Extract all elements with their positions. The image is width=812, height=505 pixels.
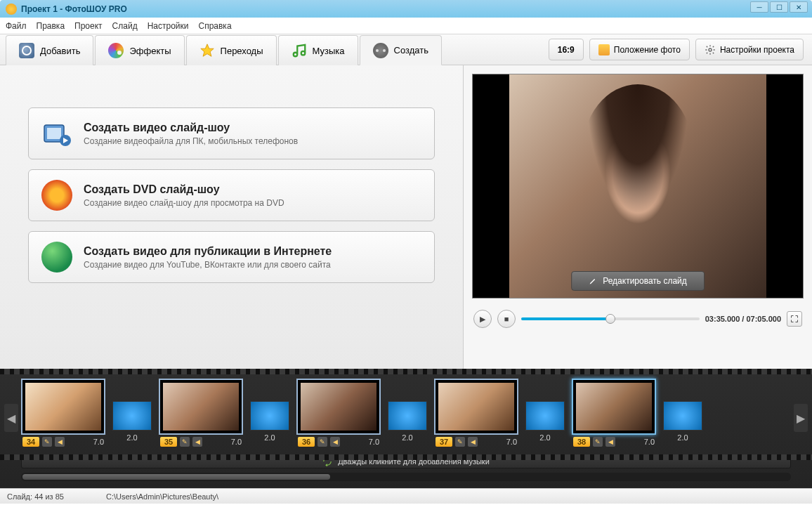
pencil-icon (589, 277, 597, 285)
menu-edit[interactable]: Правка (37, 21, 65, 31)
slide-meta: 35 ✎ ◀ 7.0 (159, 435, 243, 449)
fullscreen-button[interactable] (787, 311, 802, 327)
slide-thumbnail[interactable] (434, 379, 518, 435)
tab-transitions[interactable]: Переходы (186, 35, 277, 65)
slide-sound-icon[interactable]: ◀ (192, 437, 202, 447)
dvd-icon (41, 180, 72, 211)
transition-item[interactable]: 2.0 (250, 386, 289, 442)
edit-slide-icon[interactable]: ✎ (593, 437, 603, 447)
create-video-card[interactable]: Создать видео слайд-шоу Создание видеофа… (28, 107, 435, 159)
transition-thumbnail[interactable] (250, 401, 289, 431)
aspect-ratio-button[interactable]: 16:9 (549, 39, 584, 60)
menu-help[interactable]: Справка (198, 21, 231, 31)
edit-slide-button[interactable]: Редактировать слайд (571, 271, 705, 291)
timeline-scroll-thumb[interactable] (22, 474, 330, 480)
transition-thumbnail[interactable] (388, 401, 427, 431)
create-dvd-card[interactable]: Создать DVD слайд-шоу Создание видео сла… (28, 169, 435, 221)
transition-thumbnail[interactable] (112, 401, 152, 431)
menu-slide[interactable]: Слайд (112, 21, 138, 31)
create-panel: Создать видео слайд-шоу Создание видеофа… (0, 65, 464, 369)
maximize-button[interactable]: ☐ (770, 1, 788, 13)
photo-icon (598, 44, 610, 55)
status-path: C:\Users\Admin\Pictures\Beauty\ (106, 492, 218, 501)
transition-item[interactable]: 2.0 (525, 386, 565, 442)
slide-image (576, 383, 652, 431)
menu-file[interactable]: Файл (6, 21, 27, 31)
create-web-card[interactable]: Создать видео для публикации в Интернете… (28, 231, 435, 283)
create-web-title: Создать видео для публикации в Интернете (84, 245, 332, 258)
transition-item[interactable]: 2.0 (663, 386, 702, 442)
project-settings-button[interactable]: Настройки проекта (695, 39, 804, 60)
slide-sound-icon[interactable]: ◀ (55, 437, 65, 447)
tab-add[interactable]: Добавить (6, 35, 93, 65)
slide-thumbnail[interactable] (21, 379, 105, 435)
slide-image (301, 383, 376, 431)
timeline-scrollbar[interactable] (21, 473, 791, 481)
slide-thumbnail[interactable] (296, 379, 381, 435)
slide-duration: 7.0 (231, 438, 242, 446)
tab-create-label: Создать (394, 45, 428, 55)
transition-thumbnail[interactable] (663, 401, 702, 431)
tab-create[interactable]: Создать (360, 35, 442, 65)
progress-thumb[interactable] (605, 314, 615, 324)
svg-rect-3 (47, 128, 61, 139)
slide-number: 38 (573, 437, 590, 447)
slide-duration: 7.0 (369, 438, 379, 446)
timeline-slide[interactable]: 38 ✎ ◀ 7.0 (572, 379, 656, 449)
slide-sound-icon[interactable]: ◀ (468, 437, 478, 447)
tab-effects[interactable]: Эффекты (95, 35, 184, 65)
timeline-slide[interactable]: 37 ✎ ◀ 7.0 (434, 379, 518, 449)
titlebar: Проект 1 - ФотоШОУ PRO ─ ☐ ✕ (0, 0, 812, 18)
edit-slide-icon[interactable]: ✎ (317, 437, 327, 447)
slide-duration: 7.0 (93, 438, 104, 446)
transition-item[interactable]: 2.0 (388, 386, 427, 442)
playback-controls: ▶ ■ 03:35.000 / 07:05.000 (464, 307, 812, 334)
music-icon (292, 43, 307, 58)
slides-row: 34 ✎ ◀ 7.0 2.0 35 ✎ ◀ 7.0 2.0 36 ✎ ◀ 7.0… (0, 369, 812, 449)
edit-slide-icon[interactable]: ✎ (42, 437, 52, 447)
slide-duration: 7.0 (506, 438, 517, 446)
app-icon (6, 4, 17, 15)
progress-slider[interactable] (521, 317, 700, 320)
timeline-slide[interactable]: 34 ✎ ◀ 7.0 (21, 379, 105, 449)
slide-number: 35 (160, 437, 177, 447)
photo-position-button[interactable]: Положение фото (589, 39, 690, 60)
transition-duration: 2.0 (677, 433, 688, 442)
slide-sound-icon[interactable]: ◀ (330, 437, 340, 447)
timeline: ◀ ▶ 34 ✎ ◀ 7.0 2.0 35 ✎ ◀ 7.0 2.0 36 ✎ (0, 369, 812, 488)
timeline-slide[interactable]: 36 ✎ ◀ 7.0 (296, 379, 381, 449)
slide-meta: 38 ✎ ◀ 7.0 (572, 435, 656, 449)
slide-meta: 34 ✎ ◀ 7.0 (21, 435, 105, 449)
tab-transitions-label: Переходы (221, 46, 263, 56)
transition-thumbnail[interactable] (525, 401, 565, 431)
edit-slide-icon[interactable]: ✎ (455, 437, 465, 447)
tab-music-label: Музыка (313, 46, 345, 56)
svg-point-1 (709, 48, 712, 51)
slide-thumbnail[interactable] (572, 379, 656, 435)
menu-project[interactable]: Проект (74, 21, 103, 31)
preview-image (509, 74, 767, 298)
menu-settings[interactable]: Настройки (148, 21, 189, 31)
timecode: 03:35.000 / 07:05.000 (705, 315, 781, 323)
slide-image (438, 383, 514, 431)
play-button[interactable]: ▶ (473, 310, 492, 328)
stop-button[interactable]: ■ (497, 310, 516, 328)
timeline-slide[interactable]: 35 ✎ ◀ 7.0 (159, 379, 243, 449)
gear-icon (705, 44, 716, 55)
edit-slide-icon[interactable]: ✎ (180, 437, 190, 447)
slide-duration: 7.0 (644, 438, 655, 446)
slide-number: 36 (298, 437, 315, 447)
svg-marker-0 (200, 44, 213, 56)
star-icon (199, 43, 215, 58)
tab-music[interactable]: Музыка (278, 35, 358, 65)
minimize-button[interactable]: ─ (750, 1, 768, 13)
time-current: 03:35.000 (705, 315, 740, 323)
close-button[interactable]: ✕ (790, 1, 808, 13)
transition-item[interactable]: 2.0 (112, 386, 152, 442)
status-slide-counter: Слайд: 44 из 85 (7, 492, 64, 501)
slide-sound-icon[interactable]: ◀ (605, 437, 615, 447)
transition-duration: 2.0 (264, 433, 275, 442)
slide-meta: 36 ✎ ◀ 7.0 (296, 435, 381, 449)
progress-fill (521, 317, 610, 320)
slide-thumbnail[interactable] (159, 379, 243, 435)
